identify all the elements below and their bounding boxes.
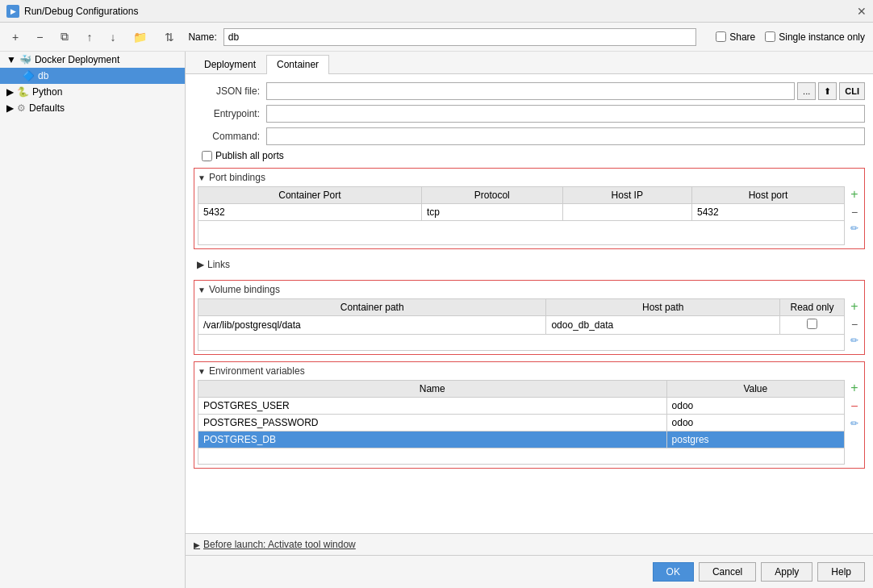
command-row: Command: xyxy=(194,127,865,145)
env-name-2: POSTGRES_PASSWORD xyxy=(198,415,667,432)
publish-all-ports-checkbox[interactable] xyxy=(202,151,212,161)
env-add-button[interactable]: + xyxy=(848,380,860,396)
move-up-button[interactable]: ↑ xyxy=(82,28,96,46)
command-input[interactable] xyxy=(266,127,865,145)
env-variables-section: ▼ Environment variables Name Value xyxy=(194,361,865,469)
sidebar-item-python[interactable]: ▶ 🐍 Python xyxy=(0,84,185,100)
table-row[interactable]: POSTGRES_USER odoo xyxy=(198,398,845,415)
env-variables-header[interactable]: ▼ Environment variables xyxy=(198,365,861,377)
entrypoint-input[interactable] xyxy=(266,105,865,123)
publish-ports-row: Publish all ports xyxy=(202,150,865,161)
db-icon: 🔷 xyxy=(23,70,35,81)
app-icon: ▶ xyxy=(6,5,19,18)
python-icon: 🐍 xyxy=(17,86,29,98)
json-file-browse-button[interactable]: ... xyxy=(797,82,816,100)
title-bar-text: Run/Debug Configurations xyxy=(24,6,138,17)
before-launch-label: Before launch: Activate tool window xyxy=(203,539,356,550)
sidebar-item-db[interactable]: 🔷 db xyxy=(0,68,185,84)
port-add-button[interactable]: + xyxy=(848,186,860,202)
volume-bindings-title: Volume bindings xyxy=(209,284,280,295)
port-bindings-triangle: ▼ xyxy=(198,173,206,182)
docker-icon: 🐳 xyxy=(19,54,31,65)
name-label: Name: xyxy=(188,31,216,43)
ok-button[interactable]: OK xyxy=(653,562,694,582)
volume-bindings-table: Container path Host path Read only /var/… xyxy=(198,298,845,351)
entrypoint-row: Entrypoint: xyxy=(194,105,865,123)
close-button[interactable]: ✕ xyxy=(857,5,867,18)
table-row[interactable]: 5432 tcp 5432 xyxy=(198,204,845,221)
json-file-upload-button[interactable]: ⬆ xyxy=(818,82,837,100)
port-protocol-val: tcp xyxy=(421,204,562,221)
links-title: Links xyxy=(207,259,230,270)
panel-content: JSON file: ... ⬆ CLI Entrypoint: Command… xyxy=(186,74,873,533)
table-row[interactable]: POSTGRES_PASSWORD odoo xyxy=(198,415,845,432)
table-row-empty xyxy=(198,335,845,351)
json-file-input[interactable] xyxy=(266,82,795,100)
before-launch-arrow: ▶ xyxy=(194,540,200,549)
sort-button[interactable]: ⇅ xyxy=(161,28,178,46)
env-name-1: POSTGRES_USER xyxy=(198,398,667,415)
cancel-button[interactable]: Cancel xyxy=(699,562,756,582)
env-remove-button[interactable]: − xyxy=(848,398,860,415)
single-instance-checkbox[interactable] xyxy=(765,31,775,42)
port-bindings-header[interactable]: ▼ Port bindings xyxy=(198,172,861,183)
folder-button[interactable]: 📁 xyxy=(129,28,151,46)
expand-icon: ▶ xyxy=(6,102,14,114)
apply-button[interactable]: Apply xyxy=(761,562,812,582)
sidebar-item-defaults[interactable]: ▶ ⚙ Defaults xyxy=(0,100,185,116)
vol-remove-button[interactable]: − xyxy=(849,317,860,332)
port-hostip-val xyxy=(562,204,691,221)
port-col-hostip: Host IP xyxy=(562,187,691,204)
port-bindings-actions: + − ✏ xyxy=(845,186,861,245)
expand-icon: ▶ xyxy=(6,86,14,98)
sidebar-item-docker-deployment[interactable]: ▼ 🐳 Docker Deployment xyxy=(0,52,185,68)
before-launch-bar: ▶ Before launch: Activate tool window xyxy=(186,533,873,555)
env-variables-table-wrapper: Name Value POSTGRES_USER odoo xyxy=(198,380,861,465)
remove-config-button[interactable]: − xyxy=(32,28,47,46)
command-label: Command: xyxy=(194,131,266,142)
vol-edit-button[interactable]: ✏ xyxy=(848,334,861,347)
port-bindings-table: Container Port Protocol Host IP Host por… xyxy=(198,186,845,245)
copy-config-button[interactable]: ⧉ xyxy=(56,27,73,46)
sidebar-item-label: Defaults xyxy=(29,102,65,114)
title-bar: ▶ Run/Debug Configurations ✕ xyxy=(0,0,873,23)
tabs: Deployment Container xyxy=(186,52,873,74)
add-config-button[interactable]: + xyxy=(8,28,23,46)
vol-col-container: Container path xyxy=(198,299,546,316)
env-value-3: postgres xyxy=(666,432,844,448)
links-section: ▶ Links xyxy=(194,256,865,273)
json-file-input-row: ... ⬆ CLI xyxy=(266,82,865,100)
help-button[interactable]: Help xyxy=(817,562,865,582)
env-edit-button[interactable]: ✏ xyxy=(848,417,861,430)
env-name-3: POSTGRES_DB xyxy=(198,432,667,448)
vol-add-button[interactable]: + xyxy=(848,298,860,315)
tab-deployment[interactable]: Deployment xyxy=(194,55,266,73)
links-header[interactable]: ▶ Links xyxy=(197,259,862,270)
dialog-buttons: OK Cancel Apply Help xyxy=(186,555,873,588)
port-edit-button[interactable]: ✏ xyxy=(848,222,861,235)
top-bar: + − ⧉ ↑ ↓ 📁 ⇅ Name: Share Single instanc… xyxy=(0,23,873,52)
port-col-container: Container Port xyxy=(198,187,422,204)
publish-all-ports-label[interactable]: Publish all ports xyxy=(202,150,284,161)
port-container-val: 5432 xyxy=(198,204,422,221)
name-row: Name: xyxy=(188,28,696,46)
vol-col-readonly: Read only xyxy=(780,299,845,316)
vol-readonly-checkbox[interactable] xyxy=(807,319,817,329)
table-row[interactable]: /var/lib/postgresql/data odoo_db_data xyxy=(198,316,845,335)
vol-host-path: odoo_db_data xyxy=(546,316,780,335)
single-instance-checkbox-label[interactable]: Single instance only xyxy=(765,31,865,43)
dialog: + − ⧉ ↑ ↓ 📁 ⇅ Name: Share Single instanc… xyxy=(0,23,873,588)
name-input[interactable] xyxy=(223,28,697,46)
share-checkbox[interactable] xyxy=(716,31,726,42)
volume-bindings-triangle: ▼ xyxy=(198,286,206,294)
port-remove-button[interactable]: − xyxy=(849,205,860,219)
before-launch[interactable]: ▶ Before launch: Activate tool window xyxy=(194,539,356,550)
table-row-empty xyxy=(198,448,845,465)
volume-bindings-header[interactable]: ▼ Volume bindings xyxy=(198,284,861,295)
tab-container[interactable]: Container xyxy=(266,55,329,74)
table-row[interactable]: POSTGRES_DB postgres xyxy=(198,432,845,448)
cli-button[interactable]: CLI xyxy=(839,82,865,100)
move-down-button[interactable]: ↓ xyxy=(106,28,119,46)
share-checkbox-label[interactable]: Share xyxy=(716,31,755,43)
gear-icon: ⚙ xyxy=(17,102,26,114)
